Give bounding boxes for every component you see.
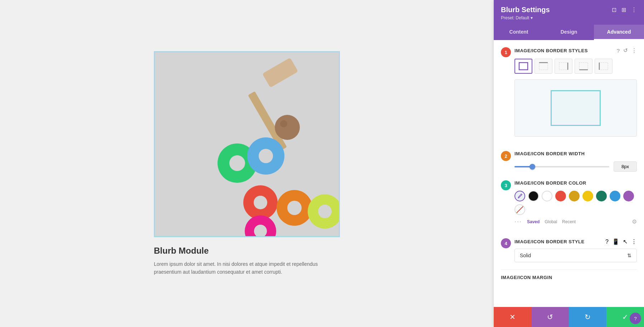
save-icon: ✓: [622, 313, 628, 321]
slider-value[interactable]: 8px: [614, 161, 637, 172]
dropdown-chevron: ⇅: [627, 253, 631, 258]
border-color-title: Image/Icon Border Color: [514, 180, 586, 186]
svg-point-8: [280, 120, 287, 127]
border-left-only[interactable]: [595, 59, 613, 74]
more-icon[interactable]: ⋮: [631, 47, 637, 54]
border-styles-header: Image/Icon Border Styles ? ↺ ⋮: [514, 47, 637, 54]
border-style-header: Image/Icon Border Style ? 📱 ↖ ⋮: [514, 238, 637, 245]
border-width-title: Image/Icon Border Width: [514, 151, 585, 156]
border-styles-icons: ? ↺ ⋮: [617, 47, 637, 54]
columns-icon[interactable]: ⊞: [621, 6, 626, 13]
margin-section: Image/Icon Margin: [501, 274, 637, 280]
color-yellow[interactable]: [582, 191, 593, 201]
step-1-row: 1 Image/Icon Border Styles ? ↺ ⋮: [501, 47, 637, 144]
redo-button[interactable]: ↻: [569, 307, 606, 327]
color-tab-global[interactable]: Global: [545, 219, 557, 224]
reset-icon: ↺: [547, 313, 553, 321]
cancel-button[interactable]: ✕: [494, 307, 531, 327]
slider-fill: [514, 166, 532, 167]
border-style-dropdown[interactable]: Solid ⇅: [514, 249, 637, 262]
panel-header-top: Blurb Settings ⊡ ⊞ ⋮: [501, 6, 637, 14]
panel-header: Blurb Settings ⊡ ⊞ ⋮ Preset: Default ▾: [494, 0, 644, 25]
border-preview-inner: [551, 90, 601, 126]
border-right-only[interactable]: [555, 59, 572, 74]
eyedropper-swatch[interactable]: [514, 191, 525, 201]
border-bottom-only[interactable]: [575, 59, 592, 74]
color-teal[interactable]: [596, 191, 607, 201]
border-top-only[interactable]: [535, 59, 552, 74]
panel-preset[interactable]: Preset: Default ▾: [501, 15, 637, 20]
svg-point-7: [275, 115, 300, 140]
color-swatches: [514, 191, 637, 215]
svg-point-16: [318, 205, 332, 218]
svg-rect-26: [559, 63, 568, 70]
border-style-title: Image/Icon Border Style: [514, 239, 585, 244]
tab-advanced[interactable]: Advanced: [594, 25, 644, 40]
color-tabs: ··· Saved Global Recent ⚙: [514, 218, 637, 225]
border-style-value: Solid: [520, 253, 531, 258]
color-more-dots[interactable]: ···: [514, 218, 522, 225]
color-black[interactable]: [528, 191, 539, 201]
slider-thumb[interactable]: [530, 164, 535, 170]
blurb-module-title: Blurb Module: [154, 246, 340, 256]
panel-header-icons: ⊡ ⊞ ⋮: [612, 6, 637, 13]
blurb-module-text: Lorem ipsum dolor sit amet. In nisi dolo…: [154, 260, 340, 276]
step-4-content: Image/Icon Border Style ? 📱 ↖ ⋮ Solid ⇅: [514, 238, 637, 262]
color-blue[interactable]: [610, 191, 620, 201]
step-3-row: 3 Image/Icon Border Color: [501, 180, 637, 231]
left-content-area: Blurb Module Lorem ipsum dolor sit amet.…: [0, 0, 494, 327]
border-preview: [514, 79, 637, 137]
cancel-icon: ✕: [509, 313, 516, 321]
margin-title: Image/Icon Margin: [501, 275, 552, 280]
reset-button[interactable]: ↺: [531, 307, 569, 327]
step-2-badge: 2: [501, 151, 511, 161]
svg-rect-24: [539, 63, 548, 70]
svg-rect-23: [519, 63, 528, 70]
focus-icon[interactable]: ⊡: [612, 6, 616, 13]
svg-point-6: [259, 149, 273, 163]
color-none[interactable]: [514, 204, 525, 215]
color-tab-saved[interactable]: Saved: [527, 219, 540, 224]
svg-rect-28: [579, 63, 588, 70]
step-4-badge: 4: [501, 238, 511, 248]
svg-point-12: [254, 196, 267, 209]
border-width-header: Image/Icon Border Width: [514, 151, 637, 156]
border-options: [514, 59, 637, 74]
step-4-row: 4 Image/Icon Border Style ? 📱 ↖ ⋮ Solid …: [501, 238, 637, 262]
settings-panel: Blurb Settings ⊡ ⊞ ⋮ Preset: Default ▾ C…: [494, 0, 644, 327]
color-orange[interactable]: [569, 191, 580, 201]
svg-point-4: [229, 155, 245, 171]
panel-footer: ✕ ↺ ↻ ✓ ?: [494, 307, 644, 327]
blurb-image-wrapper: [154, 51, 340, 237]
panel-tabs: Content Design Advanced: [494, 25, 644, 40]
step-2-row: 2 Image/Icon Border Width 8px: [501, 151, 637, 173]
tab-design[interactable]: Design: [544, 25, 594, 40]
border-style-more[interactable]: ⋮: [631, 238, 637, 245]
divider: [501, 269, 637, 270]
color-white[interactable]: [542, 191, 552, 201]
floating-help-button[interactable]: ?: [630, 313, 641, 324]
panel-body: 1 Image/Icon Border Styles ? ↺ ⋮: [494, 40, 644, 307]
tab-content[interactable]: Content: [494, 25, 544, 40]
help-icon[interactable]: ?: [617, 48, 620, 54]
border-color-header: Image/Icon Border Color: [514, 180, 637, 186]
border-style-help[interactable]: ?: [605, 239, 609, 245]
step-2-content: Image/Icon Border Width 8px: [514, 151, 637, 173]
step-1-content: Image/Icon Border Styles ? ↺ ⋮: [514, 47, 637, 144]
slider-track[interactable]: [514, 166, 609, 167]
step-3-badge: 3: [501, 180, 511, 190]
border-style-device[interactable]: 📱: [612, 238, 619, 245]
color-purple[interactable]: [623, 191, 634, 201]
redo-icon: ↻: [585, 313, 591, 321]
border-style-cursor[interactable]: ↖: [623, 238, 628, 245]
border-all-sides[interactable]: [514, 59, 532, 74]
slider-row: 8px: [514, 161, 637, 172]
color-settings-gear[interactable]: ⚙: [632, 218, 637, 225]
reset-icon[interactable]: ↺: [623, 47, 628, 54]
color-red[interactable]: [555, 191, 566, 201]
border-style-icons: ? 📱 ↖ ⋮: [605, 238, 637, 245]
more-options-icon[interactable]: ⋮: [631, 6, 637, 13]
color-tab-recent[interactable]: Recent: [562, 219, 576, 224]
svg-point-14: [287, 201, 302, 215]
border-styles-title: Image/Icon Border Styles: [514, 48, 588, 53]
